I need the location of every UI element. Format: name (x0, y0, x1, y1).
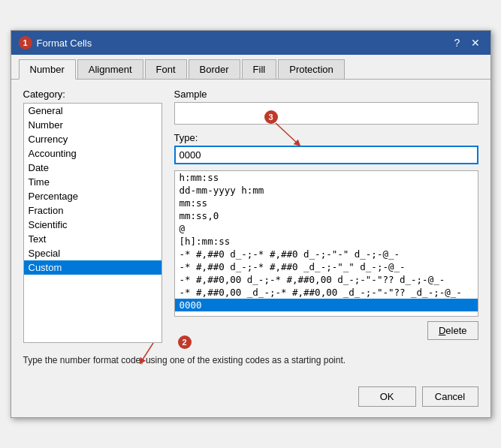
category-percentage[interactable]: Percentage (24, 189, 161, 203)
sample-label: Sample (174, 89, 478, 100)
format-item[interactable]: -* #,##0,00 d_-;-* #,##0,00 d_-;-"-"?? d… (175, 273, 478, 286)
bottom-buttons: OK Cancel (11, 379, 490, 417)
category-text[interactable]: Text (24, 232, 161, 246)
type-field-label: Type: 3 (174, 132, 478, 143)
tab-number[interactable]: Number (19, 59, 76, 80)
title-controls: ? ✕ (450, 35, 483, 50)
tab-border[interactable]: Border (189, 59, 240, 79)
category-scientific[interactable]: Scientific (24, 218, 161, 232)
format-item[interactable]: @ (175, 222, 478, 235)
title-bar: 1 Format Cells ? ✕ (11, 31, 490, 55)
format-list-container[interactable]: h:mm:ss dd-mm-yyyy h:mm mm:ss mm:ss,0 @ … (174, 170, 478, 317)
format-item[interactable]: mm:ss,0 (175, 209, 478, 222)
format-item-selected[interactable]: 0000 (175, 299, 478, 311)
category-currency[interactable]: Currency (24, 132, 161, 146)
format-item[interactable]: mm:ss (175, 197, 478, 209)
help-text: Type the number format code, using one o… (23, 350, 478, 370)
delete-button[interactable]: Delete (427, 321, 478, 340)
sample-box (174, 102, 478, 125)
badge-3: 3 (264, 110, 278, 124)
format-item[interactable]: -* #,##0 d_-;-* #,##0 d_-;-"-" d_-;-@_- (175, 248, 478, 260)
tab-fill[interactable]: Fill (242, 59, 277, 79)
main-area: Category: General Number Currency Accoun… (23, 89, 478, 343)
delete-area: Delete (174, 321, 478, 340)
ok-button[interactable]: OK (358, 386, 416, 407)
left-panel: Category: General Number Currency Accoun… (23, 89, 162, 343)
sample-section: Sample (174, 89, 478, 125)
cancel-button[interactable]: Cancel (422, 386, 478, 407)
category-accounting[interactable]: Accounting (24, 146, 161, 161)
category-fraction[interactable]: Fraction (24, 203, 161, 218)
svg-line-3 (276, 123, 298, 144)
dialog-title: Format Cells (37, 38, 92, 49)
category-custom[interactable]: Custom (24, 260, 161, 275)
right-panel: Sample Type: 3 (174, 89, 478, 343)
category-number[interactable]: Number (24, 118, 161, 132)
category-list[interactable]: General Number Currency Accounting Date … (23, 103, 162, 343)
format-cells-dialog: 1 Format Cells ? ✕ Number Alignment Font… (11, 30, 491, 418)
help-button[interactable]: ? (450, 35, 465, 50)
tab-font[interactable]: Font (145, 59, 187, 79)
format-item[interactable]: h:mm:ss (175, 171, 478, 184)
category-label: Category: (23, 89, 162, 100)
tabs-bar: Number Alignment Font Border Fill Protec… (11, 55, 490, 80)
tab-protection[interactable]: Protection (278, 59, 345, 79)
tab-alignment[interactable]: Alignment (77, 59, 143, 79)
format-item[interactable]: -* #,##0 d_-;-* #,##0 _d_-;-"_" d_-;-@_- (175, 260, 478, 273)
type-label: Type: (174, 132, 198, 143)
badge-2: 2 (178, 335, 192, 349)
category-general[interactable]: General (24, 104, 161, 118)
tab-content: Category: General Number Currency Accoun… (11, 80, 490, 379)
category-time[interactable]: Time (24, 175, 161, 189)
type-input[interactable] (174, 146, 478, 164)
category-date[interactable]: Date (24, 161, 161, 175)
badge-1: 1 (19, 36, 32, 50)
format-list: h:mm:ss dd-mm-yyyy h:mm mm:ss mm:ss,0 @ … (175, 171, 478, 311)
category-special[interactable]: Special (24, 246, 161, 260)
format-item[interactable]: -* #,##0,00 _d_-;-* #,##0,00 _d_-;-"-"??… (175, 286, 478, 299)
format-item[interactable]: [h]:mm:ss (175, 235, 478, 248)
format-item[interactable]: dd-mm-yyyy h:mm (175, 184, 478, 197)
close-button[interactable]: ✕ (468, 35, 483, 50)
